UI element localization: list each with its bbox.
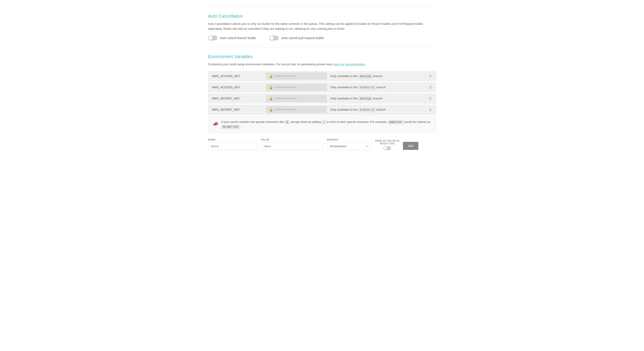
env-var-name-4: AWS_SECRET_KEY [208,105,266,114]
env-var-delete-2[interactable]: 🗑 [425,83,436,92]
value-input[interactable] [261,142,323,150]
info-code-ampersand: & [285,120,289,124]
env-var-dots-2: ••••••••••••••• [275,86,297,89]
branch-select[interactable]: All branches [327,142,372,150]
branch-badge-4: travis-ci [358,108,376,112]
table-row: AWS_SECRET_KEY 🔒 ••••••••••••••• Only av… [208,105,436,115]
env-var-value-2: 🔒 ••••••••••••••• [266,84,327,91]
env-variables-section: Environment Variables Customize your bui… [208,54,436,150]
info-code-backslash: \ [322,120,326,124]
table-row: AWS_SECRET_KEY 🔒 ••••••••••••••• Only av… [208,94,436,103]
branch-form-group: BRANCH All branches [327,138,372,150]
env-var-value-3: 🔒 ••••••••••••••• [266,95,327,102]
value-form-group: VALUE [261,138,323,150]
auto-cancellation-section: Auto Cancellation Auto Cancellation allo… [208,14,436,40]
branch-builds-toggle-knob [208,36,212,40]
pr-builds-toggle-item: Auto cancel pull request builds [269,35,324,40]
pr-builds-toggle[interactable] [269,35,278,40]
info-megaphone-icon: 📣 [213,120,218,127]
env-var-delete-1[interactable]: 🗑 [425,71,436,81]
lock-icon: 🔒 [269,86,273,89]
env-variables-title: Environment Variables [208,54,436,59]
env-var-branch-info-2: Only available to the travis-ci branch [327,83,425,92]
pr-builds-toggle-knob [270,36,274,40]
lock-icon: 🔒 [269,74,273,78]
value-label: VALUE [261,138,323,141]
branch-badge-2: travis-ci [358,86,376,90]
env-var-branch-info-1: Only available to the develop branch [327,72,425,81]
branch-builds-toggle[interactable] [208,35,217,40]
pr-builds-toggle-label: Auto cancel pull request builds [281,36,324,40]
table-row: AWS_ACCESS_KEY 🔒 ••••••••••••••• Only av… [208,82,436,92]
toggle-row: Auto cancel branch builds Auto cancel pu… [208,35,436,40]
env-var-branch-info-4: Only available to the travis-ci branch [327,105,425,114]
auto-cancellation-description: Auto Cancellation allows you to only run… [208,21,436,31]
env-var-branch-info-3: Only available to the develop branch [327,94,425,103]
add-button[interactable]: Add [403,142,418,150]
lock-icon: 🔒 [269,108,273,111]
info-text: If your secret variable has special char… [222,120,430,129]
add-env-var-form: NAME VALUE BRANCH All branches DISPLAY V… [208,138,436,150]
table-row: AWS_ACCESS_KEY 🔒 ••••••••••••••• Only av… [208,71,436,81]
branch-builds-toggle-item: Auto cancel branch builds [208,35,256,40]
display-value-label: DISPLAY VALUE IN BUILD LOG [375,139,399,145]
auto-cancellation-title: Auto Cancellation [208,14,436,19]
env-var-name-3: AWS_SECRET_KEY [208,94,266,103]
name-input[interactable] [208,142,257,150]
display-value-toggle[interactable] [384,146,391,150]
env-desc-prefix: Customize your build using environment v… [208,62,334,66]
name-label: NAME [208,138,257,141]
branch-label: BRANCH [327,138,372,141]
env-var-dots-1: ••••••••••••••• [275,74,297,78]
info-box: 📣 If your secret variable has special ch… [208,116,436,133]
env-var-name-1: AWS_ACCESS_KEY [208,72,266,80]
env-variables-description: Customize your build using environment v… [208,62,436,67]
env-var-value-1: 🔒 ••••••••••••••• [266,73,327,80]
env-var-dots-3: ••••••••••••••• [275,97,297,100]
branch-builds-toggle-label: Auto cancel branch builds [220,36,256,40]
branch-badge-1: develop [358,74,372,78]
info-code-example: ma&w!doc [388,120,404,124]
env-var-name-2: AWS_ACCESS_KEY [208,83,266,92]
env-var-delete-3[interactable]: 🗑 [425,94,436,103]
branch-badge-3: develop [358,97,372,101]
env-var-value-4: 🔒 ••••••••••••••• [266,106,327,113]
lock-icon: 🔒 [269,97,273,100]
name-form-group: NAME [208,138,257,150]
display-value-toggle-knob [384,147,387,150]
env-var-dots-4: ••••••••••••••• [275,108,297,111]
env-var-list: AWS_ACCESS_KEY 🔒 ••••••••••••••• Only av… [208,71,436,115]
env-var-delete-4[interactable]: 🗑 [425,105,436,114]
display-value-group: DISPLAY VALUE IN BUILD LOG [375,139,399,150]
env-desc-link[interactable]: read our documentation [334,62,366,66]
info-code-escaped: ma\&w\!doc [222,125,240,129]
